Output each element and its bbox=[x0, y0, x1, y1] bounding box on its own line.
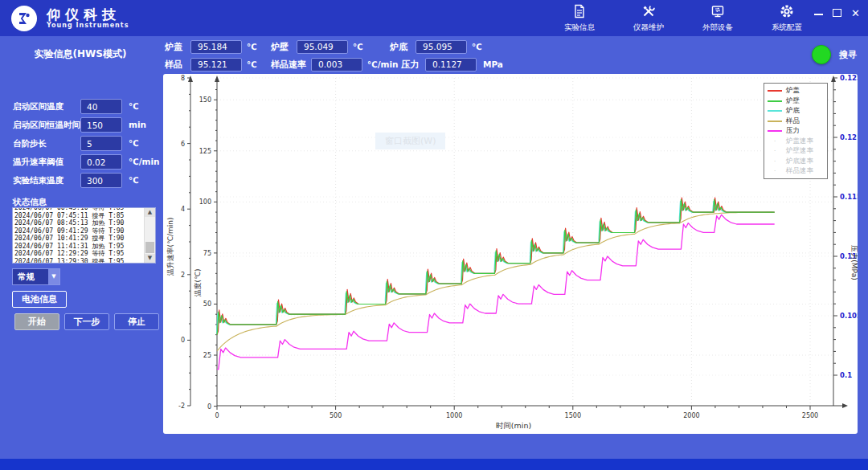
rate-threshold-input[interactable]: 0.02 bbox=[80, 154, 122, 170]
gear-icon bbox=[780, 4, 794, 22]
tools-icon bbox=[641, 4, 656, 22]
top-bar: 仰仪科技 Young Instruments 实验信息 仪器维护 bbox=[0, 0, 868, 36]
nav-label: 仪器维护 bbox=[633, 22, 664, 33]
log-entry: 2024/06/07 06:45:10 等待 T:85 bbox=[14, 207, 141, 212]
nav-experiment-info[interactable]: 实验信息 bbox=[559, 4, 600, 33]
field-label: 启动区间温度 bbox=[13, 101, 63, 112]
svg-text:8: 8 bbox=[181, 75, 185, 82]
legend-item-样品[interactable]: 样品 bbox=[768, 116, 824, 127]
svg-text:0: 0 bbox=[215, 412, 219, 419]
svg-text:150: 150 bbox=[199, 96, 211, 104]
log-entry: 2024/06/07 10:41:29 搜寻 T:90 bbox=[14, 235, 141, 243]
start-temp-input[interactable]: 40 bbox=[80, 99, 122, 114]
scrollbar-thumb[interactable] bbox=[145, 242, 154, 253]
sample-temp-value: 95.121 bbox=[190, 58, 242, 72]
scroll-up-icon[interactable]: ▲ bbox=[145, 208, 155, 217]
svg-text:75: 75 bbox=[203, 250, 211, 257]
legend-label: 压力 bbox=[786, 126, 800, 136]
field-unit: ℃/min bbox=[129, 157, 160, 166]
nav-label: 外部设备 bbox=[702, 22, 733, 33]
sidebar: 实验信息(HWS模式) 启动区间温度 40 ℃ 启动区间恒温时间 150 min… bbox=[0, 36, 161, 459]
svg-text:0: 0 bbox=[207, 403, 211, 411]
legend-item-炉壁速率[interactable]: ·炉壁速率 bbox=[768, 146, 824, 157]
next-step-button[interactable]: 下一步 bbox=[64, 313, 109, 330]
legend-swatch bbox=[768, 100, 782, 102]
pressure-value: 0.1127 bbox=[425, 58, 477, 72]
legend-item-炉底[interactable]: 炉底 bbox=[768, 106, 824, 116]
log-entry: 2024/06/07 07:45:11 搜寻 T:85 bbox=[14, 212, 141, 220]
top-nav: 实验信息 仪器维护 外部设备 系统配置 bbox=[559, 0, 808, 36]
brand-name: 仰仪科技 bbox=[47, 7, 129, 22]
mode-dropdown[interactable]: 常规 ▼ bbox=[12, 268, 60, 285]
svg-text:25: 25 bbox=[203, 352, 211, 359]
readout-unit: ℃ bbox=[472, 42, 482, 51]
svg-text:4: 4 bbox=[181, 206, 185, 213]
legend-item-炉盖速率[interactable]: ·炉盖速率 bbox=[768, 137, 824, 147]
chart-legend: 炉盖炉壁炉底样品压力·炉盖速率·炉壁速率·炉底速率·样品速率 bbox=[764, 83, 828, 179]
readout-label: 炉盖 bbox=[165, 41, 189, 53]
field-unit: ℃ bbox=[129, 101, 139, 111]
chart-panel: -20246802550751001251500.10.1050.110.115… bbox=[163, 74, 858, 434]
logo: 仰仪科技 Young Instruments bbox=[11, 6, 129, 31]
log-entry: 2024/06/07 08:45:13 加热 T:90 bbox=[14, 219, 141, 227]
field-unit: min bbox=[129, 120, 146, 129]
mode-dropdown-value: 常规 bbox=[13, 269, 48, 284]
maximize-button[interactable] bbox=[833, 8, 841, 18]
legend-swatch: · bbox=[768, 149, 782, 153]
svg-text:时间(min): 时间(min) bbox=[496, 421, 531, 430]
svg-text:温升速率(℃/min): 温升速率(℃/min) bbox=[166, 217, 174, 276]
readout-label: 炉底 bbox=[390, 41, 414, 53]
field-label: 实验结束温度 bbox=[13, 175, 63, 186]
legend-item-炉盖[interactable]: 炉盖 bbox=[768, 86, 824, 96]
nav-system-config[interactable]: 系统配置 bbox=[766, 4, 808, 33]
app-window: 仰仪科技 Young Instruments 实验信息 仪器维护 bbox=[0, 0, 868, 470]
scroll-down-icon[interactable]: ▼ bbox=[145, 254, 155, 263]
close-button[interactable]: ✕ bbox=[851, 8, 860, 18]
svg-text:2500: 2500 bbox=[802, 412, 818, 419]
nav-external-devices[interactable]: 外部设备 bbox=[697, 4, 739, 33]
field-unit: ℃ bbox=[129, 138, 139, 148]
nav-label: 实验信息 bbox=[564, 22, 595, 33]
svg-text:125: 125 bbox=[199, 148, 211, 155]
readout-unit: ℃ bbox=[353, 42, 371, 51]
legend-item-压力[interactable]: 压力 bbox=[768, 126, 824, 137]
legend-swatch: · bbox=[768, 159, 782, 164]
log-scrollbar[interactable]: ▲ ▼ bbox=[144, 208, 155, 263]
field-label: 启动区间恒温时间 bbox=[13, 120, 80, 131]
field-step-size: 台阶步长 5 ℃ bbox=[0, 136, 161, 152]
svg-text:50: 50 bbox=[203, 300, 211, 308]
readout-unit: ℃ bbox=[247, 59, 264, 69]
svg-text:500: 500 bbox=[330, 412, 342, 419]
chart-plot[interactable]: -20246802550751001251500.10.1050.110.115… bbox=[163, 74, 858, 434]
sidebar-header: 实验信息(HWS模式) bbox=[0, 47, 161, 61]
legend-label: 炉底 bbox=[786, 106, 800, 116]
svg-text:0.105: 0.105 bbox=[840, 312, 858, 320]
brand-logo-icon bbox=[11, 6, 37, 31]
live-readouts: 炉盖 95.184 ℃ 炉壁 95.049 ℃ 炉底 95.095 ℃ 样品 9… bbox=[165, 39, 615, 74]
step-size-input[interactable]: 5 bbox=[80, 136, 122, 151]
field-label: 台阶步长 bbox=[13, 138, 47, 149]
log-entry: 2024/06/07 09:41:29 等待 T:90 bbox=[14, 227, 141, 235]
nav-instrument-maintenance[interactable]: 仪器维护 bbox=[628, 4, 669, 33]
stop-button[interactable]: 停止 bbox=[114, 313, 159, 330]
end-temp-input[interactable]: 300 bbox=[80, 173, 122, 188]
minimize-button[interactable] bbox=[814, 8, 823, 18]
readout-label: 样品速率 bbox=[271, 59, 306, 71]
legend-item-炉底速率[interactable]: ·炉底速率 bbox=[768, 157, 824, 167]
chevron-down-icon: ▼ bbox=[48, 269, 59, 284]
battery-info-button[interactable]: 电池信息 bbox=[12, 291, 67, 308]
status-log-box[interactable]: 2024/06/07 06:45:10 等待 T:852024/06/07 07… bbox=[12, 207, 156, 264]
legend-label: 样品 bbox=[786, 116, 800, 126]
svg-text:2: 2 bbox=[181, 272, 185, 279]
start-button[interactable]: 开始 bbox=[14, 313, 59, 330]
status-info-label: 状态信息 bbox=[13, 197, 47, 208]
readout-label: 炉壁 bbox=[271, 41, 295, 53]
legend-item-样品速率[interactable]: ·样品速率 bbox=[768, 166, 824, 177]
legend-swatch bbox=[768, 130, 782, 132]
readout-row-1: 炉盖 95.184 ℃ 炉壁 95.049 ℃ 炉底 95.095 ℃ bbox=[165, 39, 615, 55]
legend-swatch: · bbox=[768, 139, 782, 144]
furnace-lid-temp-value: 95.184 bbox=[190, 40, 242, 54]
hold-time-input[interactable]: 150 bbox=[80, 117, 122, 133]
legend-item-炉壁[interactable]: 炉壁 bbox=[768, 96, 824, 107]
svg-text:0.115: 0.115 bbox=[840, 193, 858, 201]
